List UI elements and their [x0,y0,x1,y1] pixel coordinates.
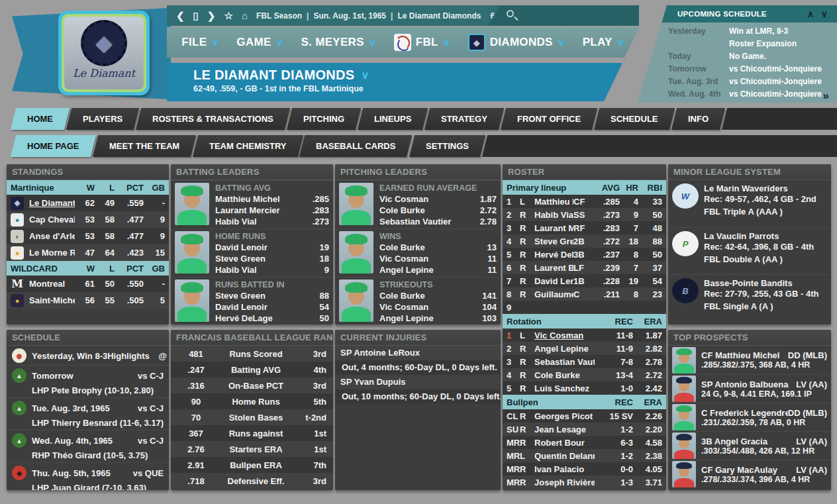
bullpen-row[interactable]: MR L Quentin Delann 1-2 2.38 [503,449,666,462]
bullpen-row[interactable]: SU R Jean Lesage 1-2 2.20 [503,423,666,436]
window-icon[interactable]: ▯ [193,10,199,22]
tab-players[interactable]: PLAYERS [66,108,139,130]
standings-team-row[interactable]: M Montreal 61 50 .550 - [7,276,169,292]
favorites-star-icon[interactable]: ☆ [224,10,232,22]
leader-row[interactable]: Matthieu Michel.285 [215,193,329,205]
tab-schedule[interactable]: SCHEDULE [594,108,675,130]
subtab-baseball-cards[interactable]: BASEBALL CARDS [299,135,413,157]
tab-pitching[interactable]: PITCHING [287,108,361,130]
subtab-settings[interactable]: SETTINGS [409,135,485,157]
scroll-up-icon[interactable]: ∧ [807,9,814,19]
injured-player[interactable]: SP Antoine LeRoux [335,346,501,360]
home-icon[interactable]: ⌂ [242,10,248,21]
menu-manager[interactable]: S. MEYERS ∨ [301,36,376,49]
leader-row[interactable]: David Lenoir19 [215,242,329,253]
lineup-row[interactable]: 5 R Hervé DeLage 3B .237 8 50 [503,248,666,261]
scroll-down-icon[interactable]: ∨ [821,9,828,19]
lineup-row[interactable]: 1 L Matthieu Michel CF .285 4 33 [503,195,666,208]
forward-icon[interactable]: ❯ [207,10,216,22]
tab-strategy[interactable]: STRATEGY [424,108,504,130]
lineup-row[interactable]: 2 R Habib Vial SS .273 9 50 [503,208,666,221]
leader-row[interactable]: Vic Cosman104 [379,301,497,313]
tab-front-office[interactable]: FRONT OFFICE [501,108,597,130]
leader-row[interactable]: Cole Burke13 [379,242,497,253]
back-icon[interactable]: ❮ [176,10,185,22]
highlights-link[interactable]: Highlights [107,351,150,361]
team-logo[interactable]: ◆ Le Diamant [58,11,150,95]
leader-row[interactable]: Angel Lepine103 [379,313,497,324]
lineup-row[interactable]: 4 R Steve Green 2B .272 18 88 [503,234,666,248]
leader-row[interactable]: Steve Green18 [215,253,329,264]
tab-home[interactable]: HOME [11,108,70,130]
subtab-home-page[interactable]: HOME PAGE [11,135,96,157]
lineup-row[interactable]: 9 [503,301,666,314]
bullpen-row[interactable]: CL R Georges Picot 15 SV 2.26 [503,409,666,423]
bullpen-row[interactable]: MR R Robert Bour 6-3 4.58 [503,436,666,449]
upcoming-row[interactable]: Tue. Aug. 3rd vs Chicoutimi-Jonquiere [638,76,837,88]
lineup-row[interactable]: 8 R Guillaume Comte C .211 8 23 [503,287,666,301]
schedule-row[interactable]: ▲ Tue. Aug. 3rd, 1965 vs C-J LHP Thierry… [7,397,169,430]
upcoming-row[interactable]: Today No Game. [638,50,837,63]
search-bar[interactable] [488,5,639,26]
schedule-row[interactable]: ◆ Thu. Aug. 5th, 1965 vs QUE LHP Juan Gi… [7,462,169,490]
prospect-row[interactable]: C Frederick Legendre DD (MLB) .231/.262/… [668,403,831,431]
tab-rosters-transactions[interactable]: ROSTERS & TRANSACTIONS [136,108,290,130]
minor-league-team-row[interactable]: P La Vauclin Parrots Rec: 42-64, .396, 8… [668,227,831,274]
upcoming-row[interactable]: Wed. Aug. 4th vs Chicoutimi-Jonquiere [638,88,837,101]
leader-row[interactable]: Laurant Mercier.283 [215,205,329,216]
injured-player[interactable]: SP Yvan Dupuis [335,375,501,389]
rotation-row[interactable]: 3 R Sebastian Vauti 7-8 2.78 [503,355,666,368]
menu-league[interactable]: FBL ∨ [394,34,450,51]
leader-row[interactable]: David Lenoir54 [215,301,329,313]
team-name-dropdown[interactable]: LE DIAMANT DIAMONDS [193,68,354,83]
prospect-row[interactable]: SP Antonio Balbuena LV (AA) 24 G, 9-8, 4… [668,374,831,403]
rotation-row[interactable]: 5 R Luis Sanchez 1-0 2.42 [503,381,666,395]
prospect-row[interactable]: 3B Angel Gracia LV (AA) .303/.354/.488, … [668,431,831,460]
lineup-row[interactable]: 3 R Laurant Mercier RF .283 7 48 [503,221,666,234]
bullpen-row[interactable]: MR R Ivan Palacio 0-0 4.05 [503,462,666,476]
upcoming-row[interactable]: Yesterday Win at LMR, 8-3 Roster Expansi… [638,25,837,50]
schedule-row[interactable]: ▲ Tomorrow vs C-J LHP Pete Brophy (10-10… [7,365,169,397]
upcoming-row[interactable]: Tomorrow vs Chicoutimi-Jonquiere [638,63,837,76]
leader-row[interactable]: Hervé DeLage50 [215,313,329,324]
minor-league-team-row[interactable]: B Basse-Pointe Bandits Rec: 27-79, .255,… [668,274,831,321]
leader-row[interactable]: Sebastian Vautier2.78 [379,216,497,227]
leader-row[interactable]: Habib Vial9 [215,264,329,276]
lineup-row[interactable]: 7 R David Lenoir 1B .228 19 54 [503,274,666,287]
menu-file[interactable]: FILE ∨ [181,36,219,49]
leader-row[interactable]: Steve Green88 [215,290,329,301]
prospect-row[interactable]: CF Gary MacAulay LV (AA) .278/.333/.374,… [668,460,831,488]
standings-team-row[interactable]: ◆ Le Diamant 62 49 .559 - [7,195,169,211]
more-chevron-icon[interactable]: » [823,89,829,103]
leader-row[interactable]: Cole Burke141 [379,290,497,301]
ranking-row: .718 Defensive Eff. 3rd [171,473,333,489]
leader-row[interactable]: Vic Cosman11 [379,253,497,264]
rotation-row[interactable]: 4 R Cole Burke 13-4 2.72 [503,368,666,381]
standings-team-row[interactable]: ● Le Morne Rouge 47 64 .423 15 [7,244,169,261]
rotation-row[interactable]: 2 R Angel Lepine 11-9 2.82 [503,342,666,355]
tab-lineups[interactable]: LINEUPS [358,108,428,130]
leader-row[interactable]: Angel Lepine11 [379,264,497,276]
schedule-row[interactable]: ▲ Wed. Aug. 4th, 1965 vs C-J RHP Théo Gi… [7,430,169,462]
menu-game[interactable]: GAME ∨ [236,36,283,49]
tab-info[interactable]: INFO [671,108,725,130]
standings-team-row[interactable]: ● Cap Chevalier 53 58 .477 9 [7,211,169,228]
ranking-row: .247 Batting AVG 4th [171,362,333,378]
menu-team[interactable]: ◆ DIAMONDS ∨ [468,34,565,51]
prospect-row[interactable]: CF Matthieu Michel DD (MLB) .285/.382/.3… [668,346,831,374]
leader-row[interactable]: Cole Burke2.72 [379,205,497,216]
lineup-row[interactable]: 6 R Laurent Bonhomm LF .239 7 37 [503,261,666,274]
leader-row[interactable]: Vic Cosman1.87 [379,193,497,205]
bullpen-row[interactable]: MR R Joseph Rivière 1-3 3.71 [503,476,666,489]
menu-play[interactable]: PLAY ∨ [583,36,624,49]
standings-team-row[interactable]: ● Saint-Michel 56 55 .505 5 [7,292,169,309]
separator: | [307,11,309,21]
minor-league-team-row[interactable]: W Le Marin Waveriders Rec: 49-57, .462, … [668,180,831,227]
sub-tab-bar: HOME PAGE MEET THE TEAM TEAM CHEMISTRY B… [13,135,837,157]
rotation-row[interactable]: 1 L Vic Cosman 11-8 1.87 [503,328,666,342]
leader-row[interactable]: Habib Vial.273 [215,216,329,227]
schedule-row[interactable]: ◉ Yesterday, Win 8-3 Highlights @ LMR [7,346,169,365]
subtab-meet-the-team[interactable]: MEET THE TEAM [92,135,195,157]
standings-team-row[interactable]: ◗ Anse d'Arlet 53 58 .477 9 [7,228,169,244]
subtab-team-chemistry[interactable]: TEAM CHEMISTRY [193,135,303,157]
